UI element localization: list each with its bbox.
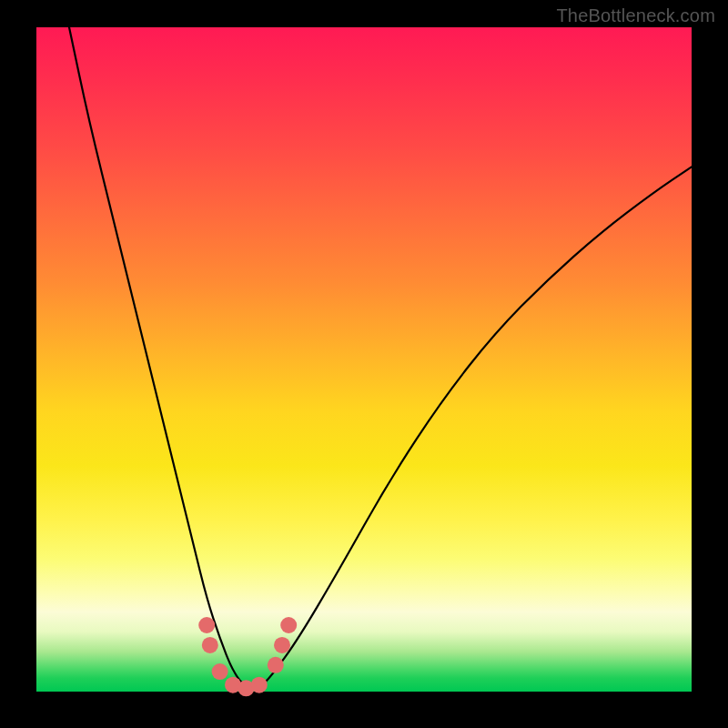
curve-svg bbox=[36, 27, 692, 692]
trough-marker bbox=[280, 617, 297, 633]
trough-marker bbox=[274, 637, 290, 653]
trough-markers bbox=[198, 617, 297, 696]
plot-area bbox=[36, 27, 692, 692]
trough-marker bbox=[268, 657, 284, 673]
trough-marker bbox=[202, 637, 218, 653]
trough-marker bbox=[251, 677, 268, 693]
trough-marker bbox=[198, 617, 215, 633]
bottleneck-curve bbox=[69, 27, 692, 688]
bottleneck-curve-path bbox=[69, 27, 692, 688]
trough-marker bbox=[212, 663, 228, 680]
watermark-text: TheBottleneck.com bbox=[556, 5, 715, 26]
chart-frame: TheBottleneck.com bbox=[0, 0, 728, 728]
